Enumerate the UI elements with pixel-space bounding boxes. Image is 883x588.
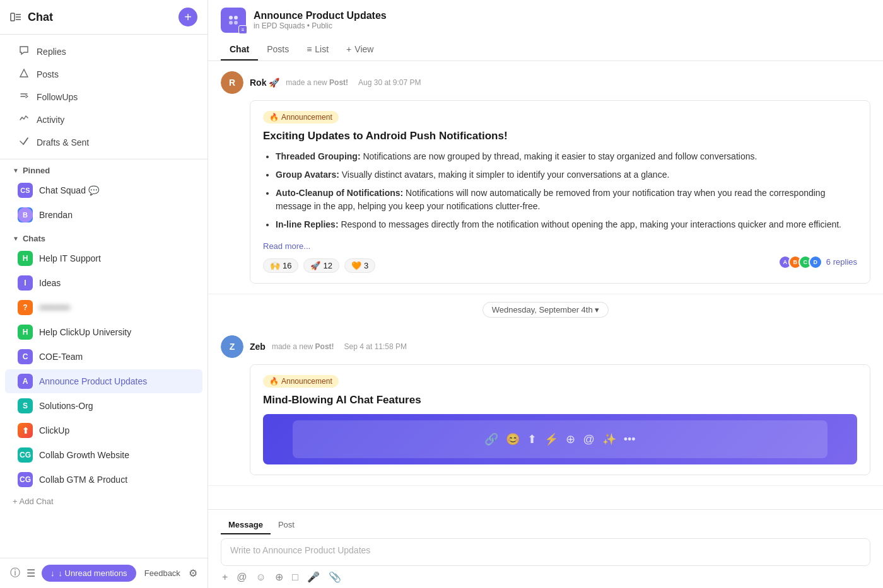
sidebar-title: Chat	[28, 11, 53, 24]
message-group-1: R Rok 🚀 made a new Post! Aug 30 at 9:07 …	[208, 61, 883, 294]
zeb-name: Zeb	[250, 342, 266, 352]
emoji-icon[interactable]: ☺	[256, 572, 266, 583]
list-tab-icon: ≡	[307, 44, 312, 54]
input-placeholder: Write to Announce Product Updates	[230, 545, 370, 555]
replies-icon	[18, 45, 30, 57]
rok-name: Rok 🚀	[250, 78, 279, 88]
drafts-label: Drafts & Sent	[37, 137, 89, 147]
mic-icon[interactable]: 🎤	[307, 571, 320, 583]
brendan-avatar: B	[18, 207, 33, 222]
channel-info: Announce Product Updates in EPD Squads •…	[254, 10, 387, 30]
tab-view[interactable]: + View	[337, 39, 382, 61]
sidebar-item-blurred[interactable]: ? ••••••••••	[5, 296, 202, 320]
blurred-label: ••••••••••	[39, 303, 70, 313]
attach-icon[interactable]: 📎	[329, 571, 341, 583]
date-divider: Wednesday, September 4th ▾	[208, 294, 883, 325]
date-badge[interactable]: Wednesday, September 4th ▾	[482, 302, 609, 318]
followups-label: FollowUps	[37, 92, 78, 102]
announcement-badge-1: 🔥 Announcement	[263, 111, 339, 124]
sidebar-item-help-it-support[interactable]: H Help IT Support	[5, 246, 202, 270]
message-input-area: Message Post Write to Announce Product U…	[208, 509, 883, 588]
reaction-heart[interactable]: 🧡 3	[344, 258, 375, 273]
reactions-row-1: 🙌 16 🚀 12 🧡 3	[263, 251, 857, 273]
tab-view-label: View	[354, 44, 373, 54]
sidebar-toggle-icon[interactable]	[10, 11, 21, 23]
tab-list[interactable]: ≡ List	[298, 39, 337, 61]
announcement-badge-2: 🔥 Announcement	[263, 375, 339, 388]
channel-meta: in EPD Squads • Public	[254, 21, 387, 30]
bullet-1: Threaded Grouping: Notifications are now…	[276, 150, 857, 163]
input-tab-message[interactable]: Message	[221, 516, 271, 534]
add-chat-button[interactable]: +	[178, 8, 197, 26]
channel-header-top: ≡ Announce Product Updates in EPD Squads…	[221, 8, 870, 33]
sidebar-item-announce[interactable]: A Announce Product Updates	[5, 369, 202, 393]
zeb-action: made a new Post!	[272, 342, 334, 351]
plus-toolbar-icon[interactable]: +	[222, 572, 228, 583]
sidebar-item-activity[interactable]: Activity	[5, 108, 202, 130]
sidebar-item-collab-growth[interactable]: CG Collab Growth Website	[5, 443, 202, 467]
replies-count-1[interactable]: 6 replies	[826, 257, 857, 267]
input-tab-post[interactable]: Post	[271, 516, 302, 534]
reply-avatars-1: A B C D	[778, 255, 822, 269]
coe-team-avatar: C	[18, 349, 33, 364]
read-more-link-1[interactable]: Read more...	[263, 241, 310, 251]
sidebar-item-help-clickup[interactable]: H Help ClickUp University	[5, 320, 202, 344]
help-clickup-avatar: H	[18, 325, 33, 340]
rocket-count: 12	[323, 261, 332, 270]
reactions-left-1: 🙌 16 🚀 12 🧡 3	[263, 258, 375, 273]
svg-point-6	[229, 21, 233, 25]
tab-posts-label: Posts	[267, 44, 289, 54]
unread-mentions-button[interactable]: ↓ ↓ Unread mentions	[42, 565, 136, 582]
main-content: ≡ Announce Product Updates in EPD Squads…	[208, 0, 883, 588]
reaction-add-icon[interactable]: ⊕	[275, 571, 283, 583]
rok-avatar: R	[221, 71, 243, 94]
chats-section-header[interactable]: ▼ Chats	[0, 228, 208, 246]
replies-row-1: A B C D 6 replies	[778, 255, 857, 269]
rok-avatar-inner: R	[221, 71, 243, 94]
sidebar-item-brendan[interactable]: B Brendan	[5, 203, 202, 227]
collab-gtm-label: Collab GTM & Product	[39, 475, 127, 485]
sidebar-item-clickup[interactable]: ⬆ ClickUp	[5, 418, 202, 442]
info-icon[interactable]: ⓘ	[10, 567, 20, 580]
sidebar-item-ideas[interactable]: I Ideas	[5, 271, 202, 295]
message-author-row-2: Z Zeb made a new Post! Sep 4 at 11:58 PM	[221, 335, 870, 358]
chat-area[interactable]: R Rok 🚀 made a new Post! Aug 30 at 9:07 …	[208, 61, 883, 509]
channel-avatar-badge: ≡	[238, 25, 247, 34]
followups-icon	[18, 91, 30, 103]
rok-action: made a new Post!	[286, 78, 348, 87]
list-icon[interactable]: ☰	[26, 567, 35, 579]
sidebar-item-replies[interactable]: Replies	[5, 40, 202, 62]
fire-icon-1: 🔥	[269, 113, 279, 122]
sidebar-header: Chat +	[0, 0, 208, 35]
tab-chat[interactable]: Chat	[221, 39, 258, 61]
video-icon[interactable]: □	[292, 572, 298, 583]
zeb-avatar: Z	[221, 335, 243, 358]
reaction-clap[interactable]: 🙌 16	[263, 258, 298, 273]
mention-icon[interactable]: @	[237, 572, 247, 583]
heart-count: 3	[364, 261, 368, 270]
coe-team-label: COE-Team	[39, 352, 83, 362]
sidebar-item-coe-team[interactable]: C COE-Team	[5, 345, 202, 369]
pinned-label: Pinned	[23, 166, 50, 175]
tab-posts[interactable]: Posts	[258, 39, 298, 61]
feedback-label[interactable]: Feedback	[144, 568, 180, 578]
plus-icon: +	[346, 44, 351, 54]
pinned-section-header[interactable]: ▼ Pinned	[0, 159, 208, 178]
add-chat-item[interactable]: + Add Chat	[0, 492, 208, 510]
sidebar-item-followups[interactable]: FollowUps	[5, 86, 202, 108]
chat-squad-label: Chat Squad 💬	[39, 185, 99, 195]
svg-rect-0	[11, 13, 15, 21]
sidebar-item-solutions-org[interactable]: S Solutions-Org	[5, 394, 202, 418]
ideas-label: Ideas	[39, 278, 61, 288]
sidebar-item-chat-squad[interactable]: CS Chat Squad 💬	[5, 178, 202, 202]
input-tabs: Message Post	[221, 516, 870, 534]
gear-icon[interactable]: ⚙	[189, 567, 197, 579]
sidebar-item-drafts[interactable]: Drafts & Sent	[5, 131, 202, 153]
sidebar-item-posts[interactable]: Posts	[5, 63, 202, 85]
sidebar-header-left: Chat	[10, 11, 53, 24]
sidebar-scroll: Replies Posts FollowUps Activity	[0, 35, 208, 558]
clap-emoji: 🙌	[270, 261, 280, 270]
sidebar-item-collab-gtm[interactable]: CG Collab GTM & Product	[5, 468, 202, 492]
reaction-rocket[interactable]: 🚀 12	[303, 258, 339, 273]
message-input[interactable]: Write to Announce Product Updates	[221, 538, 870, 566]
